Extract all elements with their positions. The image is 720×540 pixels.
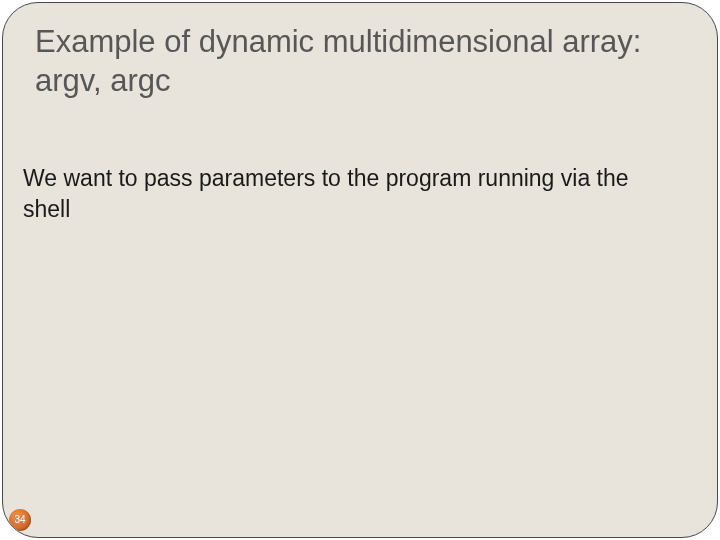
slide-title: Example of dynamic multidimensional arra… xyxy=(35,23,677,101)
slide-body-text: We want to pass parameters to the progra… xyxy=(23,163,657,225)
slide-frame: Example of dynamic multidimensional arra… xyxy=(2,2,718,538)
page-number-badge: 34 xyxy=(9,509,31,531)
